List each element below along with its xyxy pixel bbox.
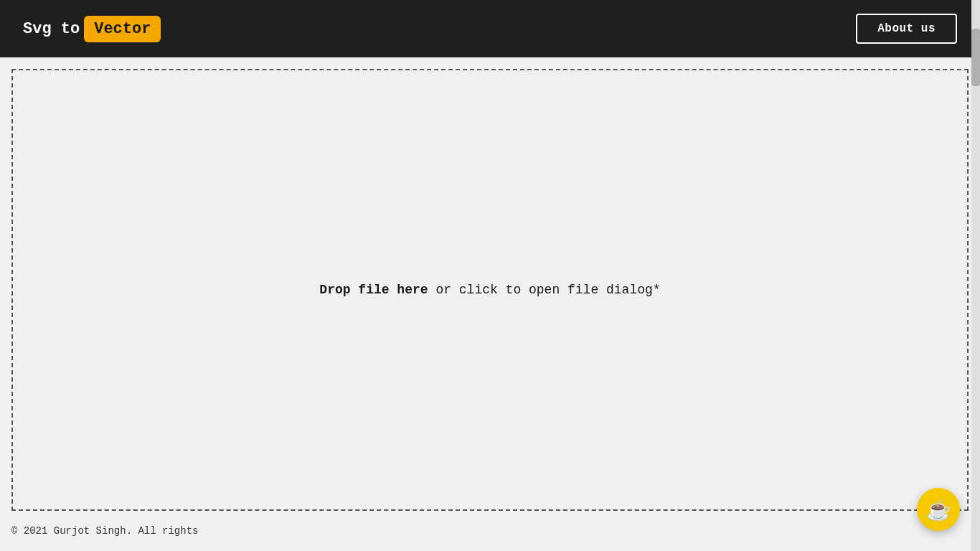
navbar: Svg to Vector About us (0, 0, 980, 57)
brand-vector-badge: Vector (84, 16, 161, 42)
scroll-thumb[interactable] (971, 29, 980, 86)
brand-svg-text: Svg to (23, 20, 80, 38)
drop-zone-bold-text: Drop file here (319, 283, 428, 297)
footer: © 2021 Gurjot Singh. All rights (0, 511, 980, 551)
drop-zone-text: Drop file here or click to open file dia… (319, 283, 660, 297)
coffee-icon: ☕ (926, 498, 951, 522)
about-us-button[interactable]: About us (856, 14, 957, 44)
brand-logo: Svg to Vector (23, 16, 161, 42)
main-content: Drop file here or click to open file dia… (0, 57, 980, 511)
scrollbar[interactable] (971, 0, 980, 551)
file-drop-zone[interactable]: Drop file here or click to open file dia… (11, 69, 969, 511)
coffee-button[interactable]: ☕ (917, 488, 960, 531)
copyright-text: © 2021 Gurjot Singh. All rights (11, 525, 198, 537)
drop-zone-regular-text: or click to open file dialog* (428, 283, 661, 297)
